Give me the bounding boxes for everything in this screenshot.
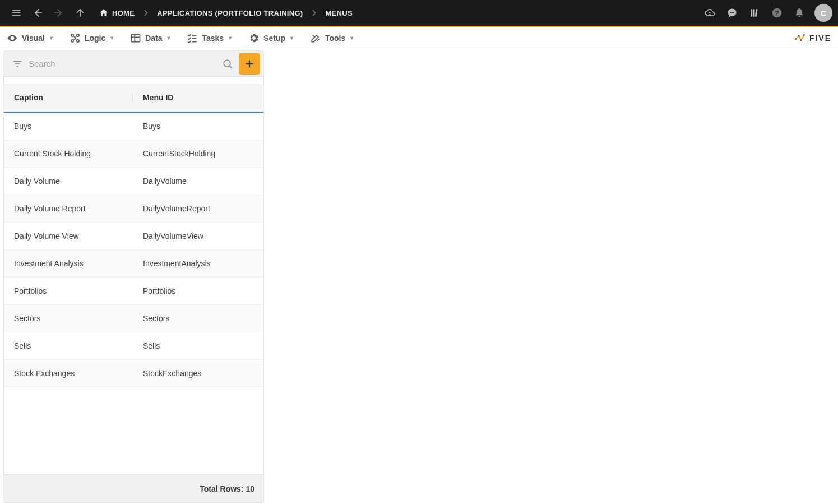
svg-point-6 <box>730 12 731 13</box>
logic-icon <box>70 33 81 44</box>
cloud-sync-icon[interactable] <box>699 2 720 24</box>
svg-point-32 <box>224 60 230 67</box>
svg-rect-10 <box>753 9 755 16</box>
svg-point-7 <box>731 12 733 13</box>
table-row[interactable]: BuysBuys <box>4 113 263 140</box>
caret-down-icon: ▼ <box>349 35 354 41</box>
table-row[interactable]: SellsSells <box>4 332 263 360</box>
menu-label: Tools <box>325 34 345 43</box>
caret-down-icon: ▼ <box>166 35 172 41</box>
nav-forward-icon <box>48 2 70 24</box>
menu-tasks[interactable]: Tasks ▼ <box>187 33 233 44</box>
caret-down-icon: ▼ <box>289 35 294 41</box>
avatar-letter: C <box>821 8 827 18</box>
search-input[interactable] <box>29 59 216 68</box>
table-row[interactable]: Daily VolumeDailyVolume <box>4 168 263 195</box>
help-icon[interactable]: ? <box>766 2 788 24</box>
table-row[interactable]: Daily Volume ViewDailyVolumeView <box>4 223 263 250</box>
table-row[interactable]: SectorsSectors <box>4 305 263 332</box>
brand-logo: FIVE <box>794 32 831 44</box>
filter-icon[interactable] <box>10 56 25 72</box>
menubar: Visual ▼ Logic ▼ Data ▼ Tasks ▼ Setup ▼ … <box>0 27 838 49</box>
chevron-right-icon <box>141 8 150 17</box>
table-row[interactable]: Current Stock HoldingCurrentStockHolding <box>4 140 263 168</box>
tasks-icon <box>187 33 198 44</box>
cell-menuid: DailyVolumeView <box>133 232 263 241</box>
list-panel: Caption Menu ID BuysBuysCurrent Stock Ho… <box>3 50 264 503</box>
svg-text:?: ? <box>775 9 779 16</box>
breadcrumb-menus[interactable]: MENUS <box>320 9 358 17</box>
breadcrumb-label: HOME <box>112 9 135 17</box>
library-icon[interactable] <box>744 2 765 24</box>
breadcrumb: HOME APPLICATIONS (PORTFOLIO TRAINING) M… <box>93 8 358 18</box>
table-icon <box>130 33 141 44</box>
list-body: BuysBuysCurrent Stock HoldingCurrentStoc… <box>4 113 263 474</box>
table-row[interactable]: Investment AnalysisInvestmentAnalysis <box>4 250 263 278</box>
table-row[interactable]: Stock ExchangesStockExchanges <box>4 360 263 387</box>
five-logo-icon <box>794 32 806 44</box>
plus-icon <box>243 58 256 70</box>
menu-label: Data <box>145 34 162 43</box>
menu-visual[interactable]: Visual ▼ <box>7 33 54 44</box>
chat-icon[interactable] <box>721 2 743 24</box>
cell-caption: Sells <box>4 341 133 350</box>
cell-menuid: StockExchanges <box>133 369 263 378</box>
svg-rect-9 <box>751 9 752 16</box>
caret-down-icon: ▼ <box>49 35 54 41</box>
cell-caption: Daily Volume Report <box>4 204 133 213</box>
search-bar <box>4 51 263 77</box>
cell-menuid: Sectors <box>133 314 263 323</box>
cell-menuid: DailyVolume <box>133 177 263 186</box>
cell-menuid: CurrentStockHolding <box>133 149 263 158</box>
caret-down-icon: ▼ <box>228 35 233 41</box>
cell-caption: Stock Exchanges <box>4 369 133 378</box>
total-rows-label: Total Rows: 10 <box>200 484 254 493</box>
menu-data[interactable]: Data ▼ <box>130 33 171 44</box>
svg-point-26 <box>798 35 800 36</box>
list-footer: Total Rows: 10 <box>4 474 263 502</box>
svg-point-14 <box>11 37 13 39</box>
menu-label: Setup <box>263 34 285 43</box>
workspace: Caption Menu ID BuysBuysCurrent Stock Ho… <box>0 49 838 503</box>
svg-point-25 <box>795 38 797 40</box>
column-header-caption[interactable]: Caption <box>4 93 133 102</box>
cell-menuid: Buys <box>133 122 263 131</box>
cell-menuid: InvestmentAnalysis <box>133 259 263 268</box>
cell-menuid: Sells <box>133 341 263 350</box>
svg-point-17 <box>71 39 73 41</box>
cell-caption: Daily Volume <box>4 177 133 186</box>
cell-caption: Current Stock Holding <box>4 149 133 158</box>
menu-tools[interactable]: Tools ▼ <box>310 33 354 44</box>
svg-point-28 <box>803 34 805 36</box>
svg-point-18 <box>77 39 79 41</box>
breadcrumb-home[interactable]: HOME <box>93 8 140 18</box>
menu-logic[interactable]: Logic ▼ <box>70 33 114 44</box>
cell-caption: Buys <box>4 122 133 131</box>
breadcrumb-label: APPLICATIONS (PORTFOLIO TRAINING) <box>157 9 303 17</box>
add-button[interactable] <box>239 53 260 75</box>
topbar-right: ? C <box>699 2 832 24</box>
eye-icon <box>7 33 18 44</box>
menu-setup[interactable]: Setup ▼ <box>248 33 294 44</box>
home-icon <box>99 8 109 18</box>
hamburger-icon[interactable] <box>6 2 27 24</box>
svg-rect-19 <box>132 34 140 41</box>
table-row[interactable]: PortfoliosPortfolios <box>4 278 263 305</box>
cell-caption: Daily Volume View <box>4 232 133 241</box>
column-header-menuid[interactable]: Menu ID <box>133 93 263 102</box>
table-row[interactable]: Daily Volume ReportDailyVolumeReport <box>4 195 263 223</box>
bell-icon[interactable] <box>789 2 810 24</box>
breadcrumb-applications[interactable]: APPLICATIONS (PORTFOLIO TRAINING) <box>151 9 308 17</box>
search-icon[interactable] <box>220 56 235 72</box>
cell-caption: Investment Analysis <box>4 259 133 268</box>
nav-back-icon[interactable] <box>27 2 48 24</box>
topbar: HOME APPLICATIONS (PORTFOLIO TRAINING) M… <box>0 0 838 27</box>
nav-up-icon[interactable] <box>70 2 91 24</box>
cell-caption: Portfolios <box>4 286 133 295</box>
avatar[interactable]: C <box>814 4 832 22</box>
svg-point-16 <box>77 34 79 36</box>
svg-line-33 <box>229 66 232 68</box>
brand-text: FIVE <box>809 34 831 43</box>
menu-label: Logic <box>85 34 105 43</box>
cell-menuid: Portfolios <box>133 286 263 295</box>
